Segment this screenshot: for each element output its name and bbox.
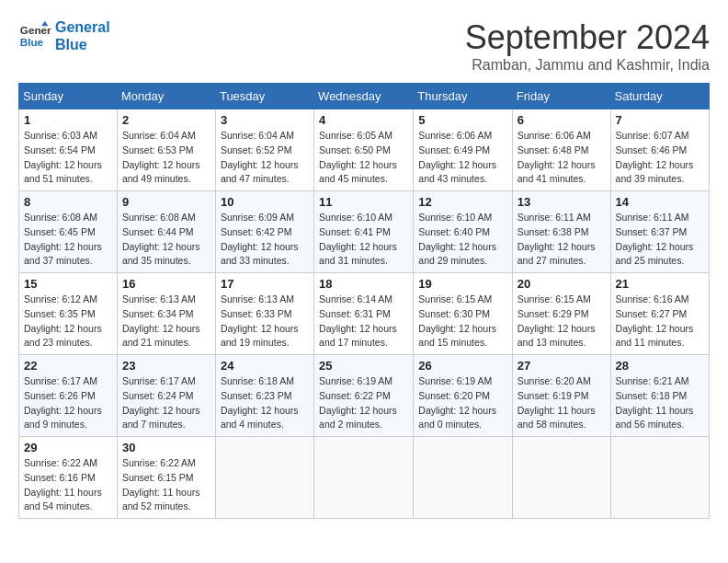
day-number: 13 bbox=[518, 195, 606, 209]
day-info: Sunrise: 6:15 AMSunset: 6:30 PMDaylight:… bbox=[418, 293, 496, 348]
day-info: Sunrise: 6:06 AMSunset: 6:49 PMDaylight:… bbox=[418, 130, 496, 184]
location-subtitle: Ramban, Jammu and Kashmir, India bbox=[465, 57, 710, 74]
calendar-week-row: 15 Sunrise: 6:12 AMSunset: 6:35 PMDaylig… bbox=[19, 273, 710, 355]
calendar-week-row: 29 Sunrise: 6:22 AMSunset: 6:16 PMDaylig… bbox=[19, 437, 710, 519]
day-info: Sunrise: 6:11 AMSunset: 6:37 PMDaylight:… bbox=[616, 212, 694, 266]
calendar-cell: 2 Sunrise: 6:04 AMSunset: 6:53 PMDayligh… bbox=[117, 109, 215, 191]
weekday-header-thursday: Thursday bbox=[414, 84, 512, 109]
day-info: Sunrise: 6:13 AMSunset: 6:33 PMDaylight:… bbox=[221, 293, 299, 348]
day-info: Sunrise: 6:19 AMSunset: 6:22 PMDaylight:… bbox=[319, 375, 397, 430]
calendar-cell: 20 Sunrise: 6:15 AMSunset: 6:29 PMDaylig… bbox=[512, 273, 610, 355]
day-number: 28 bbox=[616, 359, 704, 373]
day-number: 8 bbox=[24, 195, 112, 209]
weekday-header-saturday: Saturday bbox=[610, 84, 709, 109]
title-area: September 2024 Ramban, Jammu and Kashmir… bbox=[465, 18, 710, 74]
calendar-cell: 28 Sunrise: 6:21 AMSunset: 6:18 PMDaylig… bbox=[610, 355, 709, 437]
day-info: Sunrise: 6:17 AMSunset: 6:24 PMDaylight:… bbox=[122, 375, 200, 430]
calendar-cell: 26 Sunrise: 6:19 AMSunset: 6:20 PMDaylig… bbox=[414, 355, 512, 437]
day-number: 7 bbox=[616, 113, 704, 127]
weekday-header-wednesday: Wednesday bbox=[314, 84, 414, 109]
weekday-header-tuesday: Tuesday bbox=[215, 84, 313, 109]
day-info: Sunrise: 6:06 AMSunset: 6:48 PMDaylight:… bbox=[518, 130, 596, 184]
day-number: 27 bbox=[518, 359, 606, 373]
day-info: Sunrise: 6:08 AMSunset: 6:45 PMDaylight:… bbox=[24, 212, 102, 266]
calendar-cell: 6 Sunrise: 6:06 AMSunset: 6:48 PMDayligh… bbox=[512, 109, 610, 191]
calendar-cell: 24 Sunrise: 6:18 AMSunset: 6:23 PMDaylig… bbox=[215, 355, 313, 437]
svg-text:Blue: Blue bbox=[20, 36, 44, 48]
calendar-cell: 23 Sunrise: 6:17 AMSunset: 6:24 PMDaylig… bbox=[117, 355, 215, 437]
calendar-cell: 5 Sunrise: 6:06 AMSunset: 6:49 PMDayligh… bbox=[414, 109, 512, 191]
day-info: Sunrise: 6:03 AMSunset: 6:54 PMDaylight:… bbox=[24, 130, 102, 184]
calendar-cell: 13 Sunrise: 6:11 AMSunset: 6:38 PMDaylig… bbox=[512, 191, 610, 273]
calendar-cell: 25 Sunrise: 6:19 AMSunset: 6:22 PMDaylig… bbox=[314, 355, 414, 437]
day-info: Sunrise: 6:04 AMSunset: 6:52 PMDaylight:… bbox=[221, 130, 299, 184]
day-number: 16 bbox=[122, 277, 210, 291]
calendar-week-row: 22 Sunrise: 6:17 AMSunset: 6:26 PMDaylig… bbox=[19, 355, 710, 437]
day-number: 30 bbox=[122, 441, 210, 454]
calendar-cell: 14 Sunrise: 6:11 AMSunset: 6:37 PMDaylig… bbox=[610, 191, 709, 273]
day-number: 5 bbox=[418, 113, 506, 127]
day-number: 9 bbox=[122, 195, 210, 209]
calendar-cell: 16 Sunrise: 6:13 AMSunset: 6:34 PMDaylig… bbox=[117, 273, 215, 355]
day-info: Sunrise: 6:13 AMSunset: 6:34 PMDaylight:… bbox=[122, 293, 200, 348]
calendar-cell bbox=[314, 437, 414, 519]
day-info: Sunrise: 6:16 AMSunset: 6:27 PMDaylight:… bbox=[616, 293, 694, 348]
calendar-week-row: 1 Sunrise: 6:03 AMSunset: 6:54 PMDayligh… bbox=[19, 109, 710, 191]
calendar-cell: 3 Sunrise: 6:04 AMSunset: 6:52 PMDayligh… bbox=[215, 109, 313, 191]
calendar-cell: 27 Sunrise: 6:20 AMSunset: 6:19 PMDaylig… bbox=[512, 355, 610, 437]
calendar-cell: 17 Sunrise: 6:13 AMSunset: 6:33 PMDaylig… bbox=[215, 273, 313, 355]
calendar-cell: 10 Sunrise: 6:09 AMSunset: 6:42 PMDaylig… bbox=[215, 191, 313, 273]
day-info: Sunrise: 6:22 AMSunset: 6:16 PMDaylight:… bbox=[24, 457, 102, 511]
page-header: General Blue GeneralBlue September 2024 … bbox=[18, 18, 710, 74]
day-info: Sunrise: 6:15 AMSunset: 6:29 PMDaylight:… bbox=[518, 293, 596, 348]
day-info: Sunrise: 6:04 AMSunset: 6:53 PMDaylight:… bbox=[122, 130, 200, 184]
day-number: 1 bbox=[24, 113, 112, 127]
day-info: Sunrise: 6:05 AMSunset: 6:50 PMDaylight:… bbox=[319, 130, 397, 184]
calendar-table: SundayMondayTuesdayWednesdayThursdayFrid… bbox=[18, 83, 710, 519]
month-year-title: September 2024 bbox=[465, 18, 710, 57]
day-number: 23 bbox=[122, 359, 210, 373]
day-info: Sunrise: 6:18 AMSunset: 6:23 PMDaylight:… bbox=[221, 375, 299, 430]
day-number: 12 bbox=[418, 195, 506, 209]
day-number: 6 bbox=[518, 113, 606, 127]
calendar-cell: 29 Sunrise: 6:22 AMSunset: 6:16 PMDaylig… bbox=[19, 437, 118, 519]
day-info: Sunrise: 6:14 AMSunset: 6:31 PMDaylight:… bbox=[319, 293, 397, 348]
day-number: 4 bbox=[319, 113, 408, 127]
day-number: 3 bbox=[221, 113, 309, 127]
day-number: 21 bbox=[616, 277, 704, 291]
day-number: 24 bbox=[221, 359, 309, 373]
calendar-cell: 7 Sunrise: 6:07 AMSunset: 6:46 PMDayligh… bbox=[610, 109, 709, 191]
day-info: Sunrise: 6:07 AMSunset: 6:46 PMDaylight:… bbox=[616, 130, 694, 184]
day-number: 29 bbox=[24, 441, 112, 454]
calendar-cell: 22 Sunrise: 6:17 AMSunset: 6:26 PMDaylig… bbox=[19, 355, 118, 437]
weekday-header-row: SundayMondayTuesdayWednesdayThursdayFrid… bbox=[19, 84, 710, 109]
calendar-cell: 21 Sunrise: 6:16 AMSunset: 6:27 PMDaylig… bbox=[610, 273, 709, 355]
day-number: 10 bbox=[221, 195, 309, 209]
day-info: Sunrise: 6:20 AMSunset: 6:19 PMDaylight:… bbox=[518, 375, 596, 430]
calendar-cell: 19 Sunrise: 6:15 AMSunset: 6:30 PMDaylig… bbox=[414, 273, 512, 355]
calendar-cell bbox=[512, 437, 610, 519]
day-number: 25 bbox=[319, 359, 408, 373]
day-info: Sunrise: 6:11 AMSunset: 6:38 PMDaylight:… bbox=[518, 212, 596, 266]
day-number: 22 bbox=[24, 359, 112, 373]
day-number: 15 bbox=[24, 277, 112, 291]
day-info: Sunrise: 6:21 AMSunset: 6:18 PMDaylight:… bbox=[616, 375, 694, 430]
calendar-cell: 12 Sunrise: 6:10 AMSunset: 6:40 PMDaylig… bbox=[414, 191, 512, 273]
logo: General Blue GeneralBlue bbox=[18, 18, 110, 53]
calendar-cell bbox=[610, 437, 709, 519]
calendar-cell bbox=[414, 437, 512, 519]
calendar-cell: 18 Sunrise: 6:14 AMSunset: 6:31 PMDaylig… bbox=[314, 273, 414, 355]
calendar-week-row: 8 Sunrise: 6:08 AMSunset: 6:45 PMDayligh… bbox=[19, 191, 710, 273]
day-number: 17 bbox=[221, 277, 309, 291]
day-number: 26 bbox=[418, 359, 506, 373]
calendar-cell: 8 Sunrise: 6:08 AMSunset: 6:45 PMDayligh… bbox=[19, 191, 118, 273]
day-info: Sunrise: 6:19 AMSunset: 6:20 PMDaylight:… bbox=[418, 375, 496, 430]
calendar-cell: 11 Sunrise: 6:10 AMSunset: 6:41 PMDaylig… bbox=[314, 191, 414, 273]
day-info: Sunrise: 6:17 AMSunset: 6:26 PMDaylight:… bbox=[24, 375, 102, 430]
weekday-header-monday: Monday bbox=[117, 84, 215, 109]
day-number: 20 bbox=[518, 277, 606, 291]
day-info: Sunrise: 6:10 AMSunset: 6:41 PMDaylight:… bbox=[319, 212, 397, 266]
day-number: 18 bbox=[319, 277, 408, 291]
day-number: 2 bbox=[122, 113, 210, 127]
weekday-header-sunday: Sunday bbox=[19, 84, 118, 109]
